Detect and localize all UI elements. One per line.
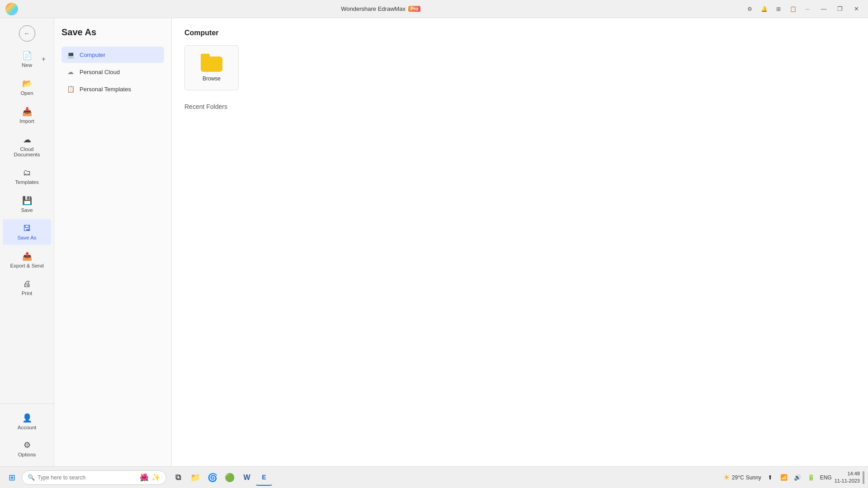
recent-folders-title: Recent Folders	[184, 103, 855, 110]
title-bar-center: Wondershare EdrawMax Pro	[341, 5, 420, 12]
taskbar: ⊞ 🔍 🌺 ✨ ⧉ 📁 🌀 🟢 W E ☀ 29°C Sunny ⬆ 📶 🔊 🔋…	[0, 466, 868, 488]
user-avatar[interactable]	[5, 3, 18, 15]
open-icon: 📂	[22, 79, 32, 89]
folder-body	[201, 56, 222, 72]
computer-label: Computer	[80, 52, 105, 58]
show-desktop-button[interactable]	[863, 471, 864, 484]
nav-label-export-send: Export & Send	[10, 263, 43, 268]
more-icon[interactable]: ···	[801, 3, 814, 15]
pro-badge: Pro	[408, 6, 420, 12]
app-name: Wondershare EdrawMax	[341, 5, 406, 12]
nav-item-save[interactable]: 💾 Save	[3, 191, 51, 217]
browse-card[interactable]: Browse	[184, 45, 239, 90]
nav-label-cloud-documents: Cloud Documents	[6, 146, 47, 157]
nav-item-options[interactable]: ⚙ Options	[3, 436, 51, 462]
content-title: Computer	[184, 29, 855, 37]
left-nav: ← 📄 New + 📂 Open 📥 Import ☁ Cloud Docume…	[0, 18, 54, 466]
weather-sun-icon: ☀	[723, 473, 730, 483]
system-icons: ⬆ 📶 🔊 🔋	[764, 471, 817, 484]
minimize-button[interactable]: —	[817, 3, 830, 15]
nav-item-account[interactable]: 👤 Account	[3, 408, 51, 435]
word-button[interactable]: W	[239, 469, 255, 486]
system-tray-icon[interactable]: ⬆	[764, 471, 777, 484]
start-button[interactable]: ⊞	[4, 469, 20, 486]
search-icon: 🔍	[28, 474, 35, 481]
side-panel-personal-templates[interactable]: 📋 Personal Templates	[61, 81, 164, 97]
nav-label-options: Options	[18, 452, 36, 457]
nav-label-save-as: Save As	[17, 235, 36, 240]
nav-bottom: 👤 Account ⚙ Options	[0, 404, 54, 463]
title-bar-right: ⚙ 🔔 ⊞ 📋 ··· — ❐ ✕	[743, 3, 863, 15]
nav-label-templates: Templates	[15, 179, 38, 185]
restore-button[interactable]: ❐	[834, 3, 846, 15]
side-panel: Save As 💻 Computer ☁ Personal Cloud 📋 Pe…	[54, 18, 172, 466]
browse-grid: Browse	[184, 45, 855, 90]
network-icon[interactable]: 📶	[778, 471, 790, 484]
search-input[interactable]	[38, 474, 137, 481]
personal-cloud-label: Personal Cloud	[80, 69, 120, 75]
date-display: 11-11-2023	[835, 478, 860, 484]
grid-icon[interactable]: ⊞	[772, 3, 785, 15]
cloud-documents-icon: ☁	[23, 135, 31, 145]
nav-label-new: New	[22, 62, 32, 68]
side-panel-computer[interactable]: 💻 Computer	[61, 47, 164, 63]
nav-item-save-as[interactable]: 🖫 Save As	[3, 219, 51, 245]
weather-widget[interactable]: ☀ 29°C Sunny	[723, 473, 761, 483]
nav-label-open: Open	[20, 90, 33, 96]
clipboard-icon[interactable]: 📋	[787, 3, 799, 15]
weather-temp: 29°C	[732, 474, 744, 481]
personal-templates-icon: 📋	[66, 84, 75, 94]
settings-icon[interactable]: ⚙	[743, 3, 756, 15]
taskbar-search-box[interactable]: 🔍 🌺 ✨	[22, 470, 166, 485]
content-area: Computer Browse Recent Folders	[172, 18, 868, 466]
personal-cloud-icon: ☁	[66, 67, 75, 76]
nav-item-cloud-documents[interactable]: ☁ Cloud Documents	[3, 130, 51, 162]
volume-icon[interactable]: 🔊	[791, 471, 804, 484]
back-button[interactable]: ←	[19, 25, 35, 42]
main-area: ← 📄 New + 📂 Open 📥 Import ☁ Cloud Docume…	[0, 18, 868, 466]
folder-icon	[201, 54, 222, 72]
account-icon: 👤	[22, 413, 32, 423]
taskbar-right: ☀ 29°C Sunny ⬆ 📶 🔊 🔋 ENG 14:48 11-11-202…	[723, 470, 864, 484]
battery-icon[interactable]: 🔋	[805, 471, 817, 484]
nav-item-export-send[interactable]: 📤 Export & Send	[3, 247, 51, 273]
nav-label-save: Save	[21, 207, 33, 213]
nav-item-import[interactable]: 📥 Import	[3, 102, 51, 128]
side-panel-title: Save As	[61, 27, 164, 38]
flower-decoration: 🌺	[140, 473, 149, 482]
time-display: 14:48	[835, 470, 860, 477]
chrome-browser-button[interactable]: 🟢	[222, 469, 238, 486]
personal-templates-label: Personal Templates	[80, 86, 131, 93]
browse-label: Browse	[203, 75, 221, 82]
side-panel-personal-cloud[interactable]: ☁ Personal Cloud	[61, 64, 164, 80]
save-icon: 💾	[22, 196, 32, 206]
nav-item-templates[interactable]: 🗂 Templates	[3, 164, 51, 189]
clock-widget[interactable]: 14:48 11-11-2023	[835, 470, 860, 484]
title-bar-left	[5, 3, 18, 15]
nav-label-import: Import	[19, 118, 34, 124]
nav-item-print[interactable]: 🖨 Print	[3, 275, 51, 300]
import-icon: 📥	[22, 107, 32, 117]
close-button[interactable]: ✕	[850, 3, 863, 15]
file-explorer-button[interactable]: 📁	[187, 469, 203, 486]
save-as-icon: 🖫	[23, 224, 31, 233]
title-bar: Wondershare EdrawMax Pro ⚙ 🔔 ⊞ 📋 ··· — ❐…	[0, 0, 868, 18]
options-icon: ⚙	[24, 440, 31, 450]
nav-item-new[interactable]: 📄 New +	[3, 46, 51, 72]
computer-icon: 💻	[66, 50, 75, 59]
edge-browser-button[interactable]: 🌀	[204, 469, 221, 486]
notification-icon[interactable]: 🔔	[758, 3, 770, 15]
nav-item-open[interactable]: 📂 Open	[3, 74, 51, 100]
language-indicator[interactable]: ENG	[820, 474, 832, 481]
print-icon: 🖨	[23, 279, 31, 289]
sparkle-decoration: ✨	[151, 473, 160, 482]
export-send-icon: 📤	[22, 251, 32, 261]
nav-label-account: Account	[18, 425, 37, 430]
toolbar-icons: ⚙ 🔔 ⊞ 📋 ···	[743, 3, 814, 15]
edrawmax-button[interactable]: E	[256, 469, 272, 486]
templates-icon: 🗂	[23, 168, 31, 178]
task-view-button[interactable]: ⧉	[170, 469, 186, 486]
weather-condition: Sunny	[746, 474, 761, 481]
new-plus-icon: +	[42, 55, 46, 63]
new-icon: 📄	[22, 51, 32, 61]
